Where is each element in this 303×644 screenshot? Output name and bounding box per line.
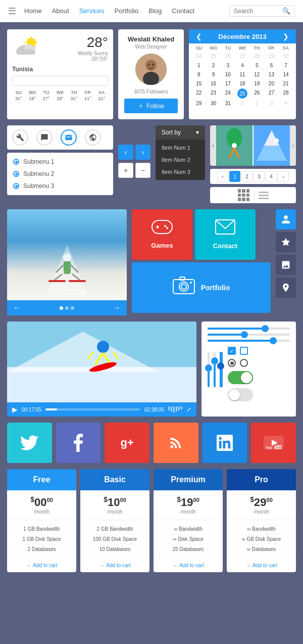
nav-blog[interactable]: Blog	[148, 7, 162, 15]
cal-day[interactable]: 30	[207, 99, 221, 108]
slider-thumb-2[interactable]	[241, 331, 248, 338]
calendar-prev[interactable]: ❮	[194, 32, 204, 40]
location-sidebar-btn[interactable]	[276, 278, 296, 298]
cal-day[interactable]: 31	[221, 99, 235, 108]
page-next[interactable]: ›	[278, 171, 289, 182]
mail-icon-btn[interactable]	[61, 129, 77, 146]
calendar-next[interactable]: ❯	[281, 32, 291, 40]
slider-thumb-3[interactable]	[270, 337, 277, 344]
toggle-on[interactable]	[228, 371, 253, 384]
cal-day[interactable]: 27	[235, 52, 249, 61]
cal-day[interactable]: 14	[279, 70, 293, 79]
ski-prev-btn[interactable]: ←	[13, 303, 21, 312]
slider-thumb-1[interactable]	[262, 325, 269, 332]
weather-search-input[interactable]	[12, 76, 108, 86]
cal-day[interactable]: 3	[265, 99, 279, 108]
toggle-off[interactable]	[228, 388, 253, 401]
grid-view-btn[interactable]	[238, 189, 250, 201]
slider-prev-btn[interactable]: ‹	[210, 125, 216, 166]
cal-today[interactable]: 25	[237, 88, 247, 99]
chat-icon-btn[interactable]	[36, 129, 53, 146]
cal-day[interactable]: 6	[265, 61, 279, 70]
dropdown-item-3[interactable]: Item Num 3	[156, 166, 205, 178]
video-play-btn[interactable]: ▶	[12, 405, 18, 413]
hamburger-icon[interactable]: ☰	[8, 6, 16, 17]
list-view-btn[interactable]	[259, 192, 269, 199]
cal-day[interactable]: 10	[221, 70, 235, 79]
submenu-item-2[interactable]: Submenu 2	[7, 168, 113, 180]
page-1[interactable]: 1	[229, 171, 240, 182]
cal-day[interactable]: 18	[235, 79, 249, 88]
cal-day[interactable]: 8	[192, 70, 206, 79]
youtube-tile[interactable]: You Tube	[251, 423, 296, 463]
slider-track-3[interactable]	[208, 340, 290, 342]
nav-about[interactable]: About	[52, 7, 69, 15]
video-expand-btn[interactable]: ⤢	[186, 406, 191, 413]
page-4[interactable]: 4	[266, 171, 277, 182]
nav-services[interactable]: Services	[79, 7, 105, 15]
add-to-cart-basic[interactable]: → Add to cart	[84, 563, 145, 568]
page-3[interactable]: 3	[254, 171, 265, 182]
v-thumb-2[interactable]	[211, 357, 218, 364]
nav-contact[interactable]: Contact	[172, 7, 194, 15]
facebook-tile[interactable]	[56, 423, 101, 463]
cal-day[interactable]: 15	[192, 79, 206, 88]
image-sidebar-btn[interactable]	[276, 255, 296, 275]
slider-track-1[interactable]	[208, 328, 290, 330]
cal-day[interactable]: 3	[221, 61, 235, 70]
cal-day[interactable]: 23	[207, 88, 221, 99]
add-btn[interactable]: +	[118, 163, 133, 178]
v-slider-3[interactable]	[220, 352, 223, 387]
cal-day[interactable]: 29	[265, 52, 279, 61]
globe-icon-btn[interactable]	[85, 129, 101, 146]
radio-2[interactable]	[240, 359, 248, 367]
minus-btn[interactable]: −	[135, 163, 150, 178]
next-arrow-btn[interactable]: ›	[135, 145, 150, 160]
cal-day[interactable]: 29	[192, 99, 206, 108]
cal-day[interactable]: 13	[265, 70, 279, 79]
cal-day[interactable]: 12	[250, 70, 264, 79]
cal-day[interactable]: 2	[250, 99, 264, 108]
cal-day[interactable]: 1	[192, 61, 206, 70]
google-tile[interactable]: g+	[105, 423, 149, 463]
cal-day[interactable]: 20	[265, 79, 279, 88]
user-sidebar-btn[interactable]	[276, 209, 296, 229]
slider-next-btn[interactable]: ›	[290, 125, 296, 166]
radio-1[interactable]	[228, 359, 236, 367]
wrench-icon-btn[interactable]	[12, 129, 28, 146]
dropdown-header[interactable]: Sort by ▾	[156, 125, 205, 140]
page-prev[interactable]: ‹	[217, 171, 228, 182]
cal-day[interactable]: 24	[221, 88, 235, 99]
v-slider-2[interactable]	[214, 352, 216, 387]
cal-day[interactable]: 25	[207, 52, 221, 61]
v-thumb-1[interactable]	[205, 364, 212, 372]
submenu-item-3[interactable]: Submenu 3	[7, 180, 113, 192]
cal-day[interactable]: 26	[250, 88, 264, 99]
cal-day[interactable]: 9	[207, 70, 221, 79]
linkedin-tile[interactable]	[203, 423, 247, 463]
cal-day[interactable]: 1	[235, 99, 249, 108]
add-to-cart-premium[interactable]: → Add to cart	[158, 563, 219, 568]
cal-day[interactable]: 2	[207, 61, 221, 70]
cal-day[interactable]: 11	[235, 70, 249, 79]
slider-track-2[interactable]	[208, 334, 290, 336]
games-tile[interactable]: Games	[132, 209, 192, 260]
cal-day[interactable]: 24	[192, 52, 206, 61]
cal-day[interactable]: 22	[192, 88, 206, 99]
submenu-item-1[interactable]: Submenu 1	[7, 156, 113, 168]
nav-home[interactable]: Home	[24, 7, 42, 15]
star-sidebar-btn[interactable]	[276, 232, 296, 252]
cal-day[interactable]: 30	[279, 52, 293, 61]
cal-day[interactable]: 4	[279, 99, 293, 108]
cal-day[interactable]: 27	[265, 88, 279, 99]
cal-day[interactable]: 19	[250, 79, 264, 88]
cal-day[interactable]: 4	[235, 61, 249, 70]
checkbox-1[interactable]: ✓	[228, 347, 236, 355]
cal-day[interactable]: 17	[221, 79, 235, 88]
v-thumb-3[interactable]	[217, 362, 224, 370]
nav-portfolio[interactable]: Portfolio	[115, 7, 139, 15]
add-to-cart-free[interactable]: → Add to cart	[11, 563, 72, 568]
portfolio-tile[interactable]: Portfolio	[132, 262, 271, 313]
checkbox-2[interactable]	[240, 347, 248, 355]
cal-day[interactable]: 26	[221, 52, 235, 61]
